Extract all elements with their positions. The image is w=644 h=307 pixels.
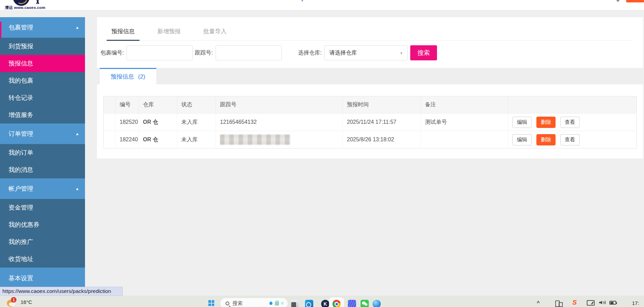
sidebar-group-account-management[interactable]: 帐户管理 ▲ [0,178,85,199]
table-header-row: 编号 仓库 状态 跟踪号 预报时间 备注 [104,96,637,114]
tray-chevron-up-icon[interactable]: ^ [537,300,540,306]
cell-warehouse: OR 仓 [139,114,177,131]
sidebar-item-forecast-info[interactable]: 预报信息 [0,55,85,72]
edit-button[interactable]: 编辑 [512,117,532,128]
row-actions: 编辑 删除 查看 [512,134,636,145]
cell-warehouse: OR 仓 [139,131,177,149]
search-button[interactable]: 搜索 [410,45,437,60]
file-explorer-icon[interactable] [291,300,299,307]
row-actions: 编辑 删除 查看 [512,117,636,128]
qq-browser-icon[interactable] [373,300,381,307]
taskbar-search-box[interactable]: 搜索 ❄ [220,298,288,307]
sidebar-item-basic-settings[interactable]: 基本设置 [0,268,85,289]
subtab-forecast-info[interactable]: 预报信息 (2) [100,68,156,84]
col-id: 编号 [116,96,139,114]
tray-widgets-icon[interactable] [555,300,561,306]
subtab-count: (2) [138,73,145,80]
user-avatar-icon[interactable] [616,0,620,3]
display-pen-icon[interactable] [587,300,595,306]
sidebar-item-transfer-records[interactable]: 转仓记录 [0,89,85,106]
cell-status: 未入库 [177,131,216,149]
windows-start-button[interactable] [208,300,214,306]
chevron-up-icon: ▲ [75,132,79,136]
row-select-cell [104,114,116,131]
package-no-label: 包裹编号: [100,49,124,57]
clock-label: 17: [632,300,639,306]
cell-id: 182520 [116,114,139,131]
subtab-label: 预报信息 [111,73,134,81]
sidebar-item-value-added-services[interactable]: 增值服务 [0,106,85,123]
logo-text: 漕运 www.caoex.com [5,5,45,10]
site-header: 漕运 www.caoex.com [0,0,644,11]
page-tabs: 预报信息 新增预报 批量导入 [107,27,633,40]
tab-forecast-info[interactable]: 预报信息 [107,27,139,40]
warehouse-label: 选择仓库: [298,49,321,57]
cell-tracking: 121654654132 [216,114,343,131]
water-drop-icon [269,301,273,306]
sidebar-item-my-promotion[interactable]: 我的推广 [0,233,85,250]
col-forecast-time: 预报时间 [343,96,421,114]
blurred-tracking-number [220,134,290,145]
search-highlight-icons: ❄ [269,301,284,306]
sidebar-item-my-messages[interactable]: 我的消息 [0,161,85,178]
warehouse-select-value: 请选择仓库 [329,50,357,56]
sidebar: 包裹管理 ▲ 到货预报 预报信息 我的包裹 转仓记录 增值服务 订单管理 ▲ 我… [0,17,85,296]
outlook-icon[interactable] [305,300,313,307]
warehouse-select[interactable]: 请选择仓库 ▼ [324,45,408,60]
sidebar-group-label: 包裹管理 [9,23,33,32]
sidebar-item-arrival-forecast[interactable]: 到货预报 [0,38,85,55]
col-actions [508,96,637,114]
sidebar-item-funds-management[interactable]: 资金管理 [0,199,85,216]
sogou-input-icon[interactable]: S [572,299,577,306]
cell-remark [421,131,508,149]
sidebar-item-my-packages[interactable]: 我的包裹 [0,72,85,89]
cell-forecast-time: 2025/8/26 13:18:02 [343,131,421,149]
chevron-down-icon: ▼ [399,46,403,61]
filter-row: 包裹编号: 跟踪号: 选择仓库: 请选择仓库 ▼ 搜索 [100,45,643,60]
snowflake-icon: ❄ [280,301,284,306]
temperature-label: 16°C [21,299,32,305]
col-warehouse: 仓库 [139,96,177,114]
sidebar-group-package-management[interactable]: 包裹管理 ▲ [0,17,85,38]
screen: 漕运 www.caoex.com 包裹管理 ▲ 到货预报 预报信息 我的包裹 转… [0,0,644,307]
cell-tracking [216,131,343,149]
col-remark: 备注 [421,96,508,114]
cell-status: 未入库 [177,114,216,131]
sidebar-item-my-orders[interactable]: 我的订单 [0,144,85,161]
wechat-icon[interactable] [361,300,369,307]
tab-new-forecast[interactable]: 新增预报 [153,27,185,40]
speaker-icon[interactable] [599,300,605,305]
battery-icon[interactable] [609,301,616,305]
chrome-icon[interactable] [332,300,341,307]
tab-batch-import[interactable]: 批量导入 [198,27,231,40]
sidebar-group-order-management[interactable]: 订单管理 ▲ [0,123,85,144]
wps-icon[interactable] [348,300,356,307]
sidebar-item-my-coupons[interactable]: 我的优惠券 [0,216,85,233]
forecast-table: 编号 仓库 状态 跟踪号 预报时间 备注 182520 OR 仓 未入库 121… [103,96,637,149]
view-button[interactable]: 查看 [560,134,580,145]
chevron-up-icon: ▲ [75,187,79,191]
delete-button[interactable]: 删除 [536,134,556,145]
logo-walker-icon [35,0,40,5]
subtab-strip: 预报信息 (2) [97,68,643,84]
site-logo[interactable]: 漕运 www.caoex.com [5,0,60,11]
signup-button-fragment[interactable] [626,0,644,2]
weather-icon: 1 [6,297,16,307]
cell-id: 182240 [116,131,139,149]
k-app-icon[interactable]: K [321,300,329,307]
row-select-cell [104,131,116,149]
nav-fragment-icon [302,0,303,1]
table-row: 182520 OR 仓 未入库 121654654132 2025/11/24 … [104,114,637,131]
table-row: 182240 OR 仓 未入库 2025/8/26 13:18:02 编辑 删除… [104,131,637,149]
edit-button[interactable]: 编辑 [512,134,532,145]
sidebar-item-shipping-address[interactable]: 收货地址 [0,250,85,268]
taskbar-search-label: 搜索 [232,300,243,307]
search-icon [226,302,229,305]
taskbar: 1 16°C 搜索 ❄ K ^ S 17: [0,296,644,307]
weather-widget[interactable]: 1 16°C [6,297,32,307]
cell-forecast-time: 2025/11/24 17:11:57 [343,114,421,131]
view-button[interactable]: 查看 [560,117,580,128]
delete-button[interactable]: 删除 [536,117,556,128]
package-no-input[interactable] [126,45,193,60]
tracking-no-input[interactable] [216,45,282,60]
